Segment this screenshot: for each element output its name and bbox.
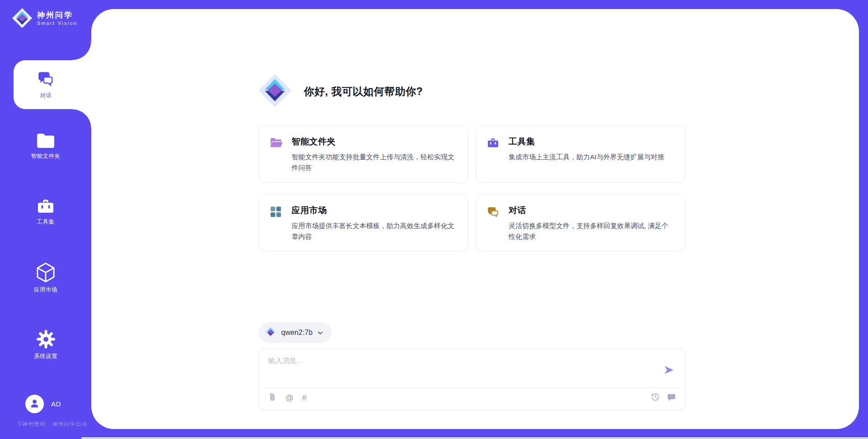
model-name: qwen2:7b [281, 329, 312, 337]
sidebar-item-label: 对话 [40, 92, 52, 100]
sidebar-item-label: 应用市场 [34, 286, 57, 294]
card-title: 对话 [509, 205, 675, 216]
greeting: 你好, 我可以如何帮助你? [258, 73, 423, 110]
card-description: 应用市场提供丰富长文本模板，助力高效生成多样化文章内容 [292, 220, 458, 243]
main-panel: 你好, 我可以如何帮助你? 智能文件夹 智能文件夹功能支持批量文件上传与清洗，轻… [91, 9, 859, 429]
attach-button[interactable] [268, 392, 277, 403]
brand-subtitle: Smart Vision [37, 20, 77, 26]
history-button[interactable] [651, 392, 660, 403]
model-diamond-icon [264, 326, 277, 340]
chat-bubbles-icon [37, 70, 54, 89]
sidebar-item-chat[interactable]: 对话 [14, 60, 93, 109]
card-title: 工具集 [509, 136, 664, 148]
message-input[interactable] [259, 348, 685, 387]
briefcase-icon [487, 137, 500, 182]
history-icon [651, 392, 660, 403]
feature-card-app-market[interactable]: 应用市场 应用市场提供丰富长文本模板，助力高效生成多样化文章内容 [259, 195, 468, 252]
tab-fillet-top [72, 41, 91, 60]
composer: @ # [259, 348, 685, 410]
chat-bubbles-icon [487, 206, 500, 251]
folder-icon [36, 133, 55, 149]
quote-message-button[interactable] [667, 393, 676, 403]
person-icon [29, 397, 40, 410]
bottom-scrollbar-strip [81, 437, 868, 439]
send-button[interactable] [662, 364, 675, 377]
feature-card-smart-folder[interactable]: 智能文件夹 智能文件夹功能支持批量文件上传与清洗，轻松实现文件问答 [259, 126, 468, 183]
card-description: 集成市场上主流工具，助力AI与外界无缝扩展与对接 [509, 152, 664, 162]
message-square-icon [667, 393, 676, 403]
brand-title: 神州问学 [37, 10, 77, 20]
composer-divider [264, 387, 679, 388]
sidebar-item-app-market[interactable]: 应用市场 [0, 262, 91, 294]
user-row[interactable]: AD [25, 395, 61, 413]
card-description: 灵活切换多模型文件，支持多样回复效果调试, 满足个性化需求 [509, 220, 675, 243]
composer-toolbar: @ # [268, 392, 676, 403]
brand[interactable]: 神州问学 Smart Vision [12, 8, 77, 29]
feature-cards: 智能文件夹 智能文件夹功能支持批量文件上传与清洗，轻松实现文件问答 工具集 集成… [259, 126, 685, 252]
greeting-logo-icon [258, 73, 292, 110]
feature-card-toolset[interactable]: 工具集 集成市场上主流工具，助力AI与外界无缝扩展与对接 [476, 126, 685, 183]
sidebar-item-smart-folder[interactable]: 智能文件夹 [0, 133, 91, 160]
card-description: 智能文件夹功能支持批量文件上传与清洗，轻松实现文件问答 [292, 152, 458, 174]
feature-card-chat[interactable]: 对话 灵活切换多模型文件，支持多样回复效果调试, 满足个性化需求 [476, 195, 685, 252]
user-avatar [25, 395, 44, 413]
folder-open-icon [270, 137, 283, 182]
send-icon [663, 371, 675, 377]
user-initials: AD [51, 400, 61, 408]
brand-logo-icon [12, 8, 33, 29]
sidebar-item-label: 工具集 [37, 218, 55, 226]
toolbox-icon [37, 198, 55, 215]
sidebar-item-label: 智能文件夹 [31, 153, 61, 160]
card-title: 智能文件夹 [292, 136, 458, 148]
grid-icon [270, 206, 283, 251]
tab-fillet-bottom [72, 109, 91, 128]
sidebar-item-settings[interactable]: 系统设置 [0, 329, 91, 360]
cube-icon [35, 262, 56, 282]
chevron-down-icon [317, 329, 324, 336]
greeting-title: 你好, 我可以如何帮助你? [304, 85, 423, 99]
copyright: ©神州数码 · 神州问学出品 [18, 420, 88, 428]
paperclip-icon [268, 392, 277, 403]
sidebar-item-label: 系统设置 [34, 353, 57, 360]
model-selector[interactable]: qwen2:7b [259, 322, 332, 343]
hash-button[interactable]: # [302, 394, 307, 402]
card-title: 应用市场 [292, 205, 458, 216]
mention-icon: @ [285, 394, 293, 402]
hash-icon: # [302, 394, 307, 402]
mention-button[interactable]: @ [285, 394, 293, 402]
sidebar-item-toolset[interactable]: 工具集 [0, 198, 91, 226]
app-window: 你好, 我可以如何帮助你? 智能文件夹 智能文件夹功能支持批量文件上传与清洗，轻… [0, 0, 868, 439]
gear-icon [36, 329, 56, 349]
